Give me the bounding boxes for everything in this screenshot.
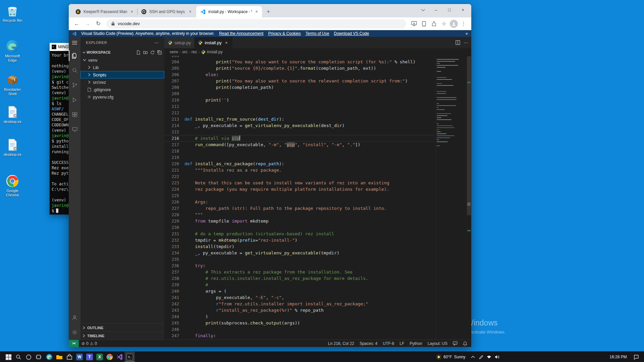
browser-menu-icon[interactable]: ⋮ <box>459 19 468 28</box>
start-button[interactable] <box>3 352 13 362</box>
tray-chevron-up-icon[interactable] <box>469 352 477 362</box>
scrollbar-thumb[interactable] <box>467 56 471 215</box>
cortana-button[interactable] <box>23 352 34 362</box>
bookmark-star-icon[interactable]: ☆ <box>440 19 448 28</box>
new-tab-button[interactable]: + <box>264 7 273 16</box>
refresh-icon[interactable] <box>150 50 155 55</box>
banner-link[interactable]: Download VS Code <box>334 31 369 36</box>
browser-tab[interactable]: install.py - Workspace - Visual St× <box>196 6 262 17</box>
taskbar-app-word[interactable]: W <box>74 352 85 362</box>
code-editor[interactable]: 203204 print("You may also want to sourc… <box>164 56 471 340</box>
taskbar-app-visual-studio[interactable] <box>115 352 125 362</box>
maximize-button[interactable]: □ <box>443 5 456 14</box>
breadcrumb-item[interactable]: install.py <box>201 50 223 54</box>
breadcrumb-item[interactable]: src <box>182 50 187 54</box>
browser-tab[interactable]: SSH and GPG keys× <box>137 6 196 17</box>
action-center-icon[interactable] <box>631 352 641 362</box>
settings-gear-icon[interactable] <box>69 325 80 340</box>
taskbar-clock[interactable]: 16:28 PM <box>606 352 630 362</box>
explorer-more-actions-icon[interactable]: ⋯ <box>154 40 159 45</box>
status-item[interactable]: LF <box>399 341 404 346</box>
tree-item-venv[interactable]: venv <box>80 56 164 64</box>
editor-tab-setup-py[interactable]: setup.py <box>164 37 195 48</box>
banner-link[interactable]: Read the Announcement <box>219 31 263 36</box>
minimize-button[interactable]: – <box>430 5 442 14</box>
taskbar-app-file-explorer[interactable] <box>54 352 64 362</box>
tree-item-lib[interactable]: Lib <box>80 64 164 71</box>
profile-avatar[interactable] <box>450 20 458 28</box>
address-bar[interactable]: vscode.dev <box>106 19 406 28</box>
menu-icon[interactable] <box>69 37 80 48</box>
desktop-icon-desktop-ini-1[interactable]: desktop.ini <box>1 105 23 124</box>
taskbar-app-teams[interactable]: T <box>85 352 95 362</box>
desktop-icon-boxstarter-shell[interactable]: Boxstarter Shell <box>1 73 23 96</box>
desktop-icon-microsoft-edge[interactable]: Microsoft Edge <box>1 40 23 63</box>
collapse-folders-icon[interactable] <box>157 50 162 55</box>
tree-item-src-rez[interactable]: src\rez <box>80 78 164 86</box>
editor-scrollbar[interactable] <box>467 56 471 340</box>
workspace-section-header[interactable]: WORKSPACE <box>80 48 164 56</box>
browser-tab[interactable]: Keeper® Password Manager & D× <box>71 6 137 17</box>
new-file-icon[interactable] <box>136 50 141 55</box>
banner-link[interactable]: Privacy & Cookies <box>268 31 301 36</box>
editor-tab-install-py[interactable]: install.py× <box>195 37 233 48</box>
tab-close-icon[interactable]: × <box>255 9 259 14</box>
split-editor-icon[interactable] <box>455 40 460 45</box>
breadcrumb-label: venv <box>170 50 178 54</box>
status-item[interactable]: Layout: US <box>428 341 447 346</box>
tree-item--gitignore[interactable]: .gitignore <box>80 86 164 93</box>
tray-pen-icon[interactable] <box>477 352 485 362</box>
editor-more-actions-icon[interactable]: ⋯ <box>464 40 468 45</box>
source-control-icon[interactable] <box>69 78 80 93</box>
share-icon[interactable] <box>430 19 438 28</box>
taskbar-app-git-bash[interactable]: >_ <box>125 352 135 362</box>
editor-tab-close-icon[interactable]: × <box>224 40 229 45</box>
desktop-icon-desktop-ini-2[interactable]: desktop.ini <box>1 138 23 157</box>
send-to-device-icon[interactable] <box>420 19 428 28</box>
extensions-icon[interactable] <box>69 107 80 122</box>
explorer-icon[interactable] <box>69 48 80 63</box>
status-item[interactable]: UTF-8 <box>383 341 394 346</box>
tree-item-scripts[interactable]: Scripts <box>80 71 164 78</box>
breadcrumb-item[interactable]: venv <box>170 50 178 54</box>
run-debug-icon[interactable] <box>69 93 80 107</box>
feedback-icon[interactable] <box>453 341 458 346</box>
taskbar-app-chrome[interactable] <box>105 352 115 362</box>
desktop-icon-google-chrome[interactable]: Google Chrome <box>1 174 23 197</box>
account-icon[interactable] <box>69 310 80 325</box>
banner-close-icon[interactable]: × <box>465 31 468 36</box>
taskbar-app-store[interactable] <box>64 352 74 362</box>
desktop-icon-recycle-bin[interactable]: Recycle Bin <box>1 4 23 23</box>
tree-item-pyvenv-cfg[interactable]: pyvenv.cfg <box>80 93 164 101</box>
search-icon[interactable] <box>69 63 80 78</box>
reload-button[interactable]: ↻ <box>94 19 103 28</box>
minimap[interactable] <box>436 56 467 340</box>
problems-status[interactable]: ⊘ 0 ⚠ 0 <box>79 341 100 346</box>
tab-search-chevron-icon[interactable] <box>416 5 429 14</box>
status-item[interactable]: Python <box>410 341 422 346</box>
weather-widget[interactable]: 60°FSunny <box>436 352 466 362</box>
back-button[interactable]: ← <box>72 19 82 28</box>
remote-explorer-icon[interactable] <box>69 122 80 137</box>
install-app-icon[interactable] <box>410 19 418 28</box>
breadcrumb-item[interactable]: rez <box>192 50 197 54</box>
python-file-icon <box>198 40 203 45</box>
sidebar-section-timeline[interactable]: TIMELINE <box>80 331 164 340</box>
close-button[interactable]: × <box>457 5 469 14</box>
tray-network-icon[interactable] <box>485 352 493 362</box>
status-item[interactable]: Ln 216, Col 22 <box>328 341 354 346</box>
new-folder-icon[interactable] <box>143 50 148 55</box>
taskbar-app-edge[interactable] <box>44 352 54 362</box>
search-button[interactable] <box>13 352 23 362</box>
banner-link[interactable]: Terms of Use <box>306 31 329 36</box>
notifications-bell-icon[interactable] <box>463 341 467 346</box>
tray-volume-icon[interactable] <box>493 352 501 362</box>
sidebar-section-outline[interactable]: OUTLINE <box>80 323 164 331</box>
remote-indicator[interactable]: >< <box>69 340 79 347</box>
task-view-button[interactable] <box>34 352 44 362</box>
tab-close-icon[interactable]: × <box>187 9 193 14</box>
tab-close-icon[interactable]: × <box>130 9 134 14</box>
taskbar-app-excel[interactable]: X <box>95 352 105 362</box>
status-item[interactable]: Spaces: 4 <box>360 341 377 346</box>
forward-button[interactable]: → <box>83 19 92 28</box>
